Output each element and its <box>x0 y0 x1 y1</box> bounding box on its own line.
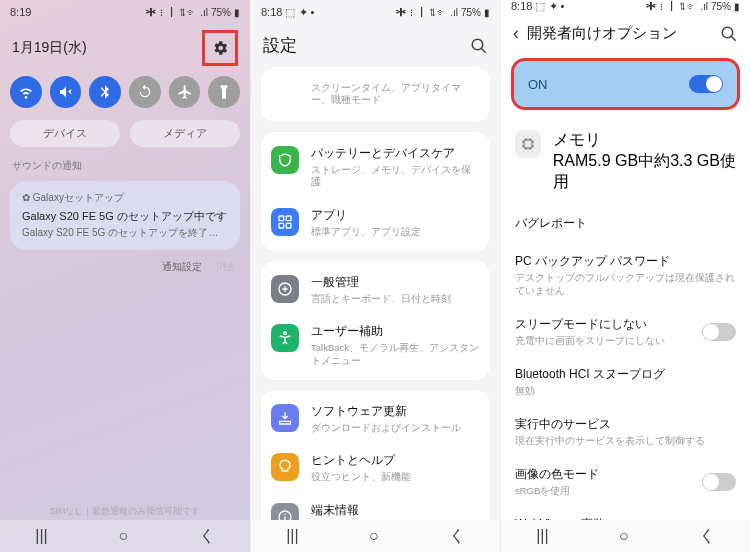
dev-option-row-2[interactable]: スリープモードにしない充電中に画面をスリープにしない <box>501 307 750 357</box>
status-bar: 8:19 ✱ ⋮ ❘ ⇅ ᯤ .ıl 75% ▮ <box>0 0 250 24</box>
item-title: ヒントとヘルプ <box>311 452 480 469</box>
nav-home[interactable]: ○ <box>118 527 128 545</box>
item-title: ユーザー補助 <box>311 323 480 340</box>
wifi-icon <box>18 84 34 100</box>
battery-icon: ▮ <box>234 7 240 18</box>
settings-item-care[interactable]: バッテリーとデバイスケアストレージ、メモリ、デバイスを保護 <box>261 136 490 198</box>
item-title: 一般管理 <box>311 274 480 291</box>
row-title: Bluetooth HCI スヌープログ <box>515 366 736 383</box>
row-sub: 無効 <box>515 385 736 398</box>
flashlight-icon <box>216 84 232 100</box>
settings-gear-button[interactable] <box>202 30 238 66</box>
status-icons: ✱ ⋮ ❘ ⇅ ᯤ .ıl 75% ▮ <box>146 7 240 18</box>
nav-home[interactable]: ○ <box>369 527 379 545</box>
update-icon <box>271 404 299 432</box>
nav-back[interactable]: く <box>699 526 715 547</box>
dev-option-row-4[interactable]: 実行中のサービス現在実行中のサービスを表示して制御する <box>501 407 750 457</box>
nav-back[interactable]: く <box>199 526 215 547</box>
rotate-toggle[interactable] <box>129 76 161 108</box>
bluetooth-icon <box>97 84 113 100</box>
notif-title: Galaxy S20 FE 5G のセットアップ中です <box>22 209 228 224</box>
item-sub: TalkBack、モノラル再生、アシスタントメニュー <box>311 342 480 367</box>
sim-status: SIMなし｜緊急通報のみ発信可能です <box>0 505 250 518</box>
date-label: 1月19日(水) <box>12 39 87 57</box>
dev-option-row-0[interactable]: バグレポート <box>501 203 750 244</box>
row-sub: 現在実行中のサービスを表示して制御する <box>515 435 736 448</box>
battery-icon: ▮ <box>734 1 740 12</box>
memory-icon <box>515 130 541 158</box>
status-bar: 8:18 ⬚ ✦ • ✱ ⋮ ❘ ⇅ ᯤ .ıl75%▮ <box>251 0 500 24</box>
item-title: アプリ <box>311 207 480 224</box>
svg-point-6 <box>284 332 287 335</box>
nav-recent[interactable]: ||| <box>536 527 548 545</box>
nav-recent[interactable]: ||| <box>286 527 298 545</box>
settings-screen: 8:18 ⬚ ✦ • ✱ ⋮ ❘ ⇅ ᯤ .ıl75%▮ 設定 スクリーンタイム… <box>250 0 500 552</box>
svg-point-0 <box>472 39 483 50</box>
settings-item-tips[interactable]: ヒントとヘルプ役立つヒント、新機能 <box>261 443 490 492</box>
mute-icon <box>58 84 74 100</box>
nav-home[interactable]: ○ <box>619 527 629 545</box>
row-sub: 充電中に画面をスリープにしない <box>515 335 665 348</box>
quick-settings-screen: 8:19 ✱ ⋮ ❘ ⇅ ᯤ .ıl 75% ▮ 1月19日(水) デバイス メ… <box>0 0 250 552</box>
notif-settings-link[interactable]: 通知設定 <box>162 260 202 274</box>
row-title: 画像の色モード <box>515 466 599 483</box>
notif-body: Galaxy S20 FE 5G のセットアップを終了するにはタ… <box>22 226 228 240</box>
flashlight-toggle[interactable] <box>208 76 240 108</box>
notification-card[interactable]: ✿ Galaxyセットアップ Galaxy S20 FE 5G のセットアップ中… <box>10 181 240 250</box>
search-icon <box>720 25 738 43</box>
dev-option-row-3[interactable]: Bluetooth HCI スヌープログ無効 <box>501 357 750 407</box>
item-title: 端末情報 <box>311 502 480 519</box>
item-sub: 標準アプリ、アプリ設定 <box>311 226 480 238</box>
item-title: バッテリーとデバイスケア <box>311 145 480 162</box>
settings-item-gen[interactable]: 一般管理言語とキーボード、日付と時刻 <box>261 265 490 314</box>
nav-recent[interactable]: ||| <box>35 527 47 545</box>
nav-bar: ||| ○ く <box>501 520 750 552</box>
search-icon <box>470 37 488 55</box>
airplane-toggle[interactable] <box>169 76 201 108</box>
item-sub: 言語とキーボード、日付と時刻 <box>311 293 480 305</box>
tips-icon <box>271 453 299 481</box>
gear-icon <box>211 39 229 57</box>
master-toggle[interactable] <box>689 75 723 93</box>
media-chip[interactable]: メディア <box>130 120 240 147</box>
row-title: スリープモードにしない <box>515 316 665 333</box>
dev-option-row-1[interactable]: PC バックアップ パスワードデスクトップのフルバックアップは現在保護されていま… <box>501 244 750 307</box>
row-title: バグレポート <box>515 212 736 235</box>
row-sub: デスクトップのフルバックアップは現在保護されていません <box>515 272 736 298</box>
row-toggle[interactable] <box>702 323 736 341</box>
page-title: 設定 <box>263 34 462 57</box>
bluetooth-toggle[interactable] <box>89 76 121 108</box>
wifi-toggle[interactable] <box>10 76 42 108</box>
back-button[interactable]: ‹ <box>513 23 519 44</box>
settings-item-apps[interactable]: アプリ標準アプリ、アプリ設定 <box>261 198 490 247</box>
item-sub: ストレージ、メモリ、デバイスを保護 <box>311 164 480 189</box>
row-title: 実行中のサービス <box>515 416 736 433</box>
sound-toggle[interactable] <box>50 76 82 108</box>
settings-item-update[interactable]: ソフトウェア更新ダウンロードおよびインストール <box>261 394 490 443</box>
search-button[interactable] <box>720 25 738 43</box>
nav-back[interactable]: く <box>449 526 465 547</box>
item-title: ソフトウェア更新 <box>311 403 480 420</box>
settings-item-a11y[interactable]: ユーザー補助TalkBack、モノラル再生、アシスタントメニュー <box>261 314 490 376</box>
quick-settings-row <box>0 72 250 112</box>
developer-options-screen: 8:18 ⬚ ✦ • ✱ ⋮ ❘ ⇅ ᯤ .ıl75%▮ ‹ 開発者向けオプショ… <box>500 0 750 552</box>
memory-row[interactable]: メモリ RAM5.9 GB中約3.3 GB使用 <box>501 120 750 203</box>
svg-point-9 <box>722 27 733 38</box>
status-time: 8:18 ⬚ ✦ • <box>511 0 564 13</box>
row-sub: sRGBを使用 <box>515 485 599 498</box>
notif-clear-link[interactable]: 消去 <box>216 260 236 274</box>
nav-bar: ||| ○ く <box>251 520 500 552</box>
search-button[interactable] <box>470 37 488 55</box>
a11y-icon <box>271 324 299 352</box>
master-toggle-label: ON <box>528 77 548 92</box>
care-icon <box>271 146 299 174</box>
row-toggle[interactable] <box>702 473 736 491</box>
devices-chip[interactable]: デバイス <box>10 120 120 147</box>
status-bar: 8:18 ⬚ ✦ • ✱ ⋮ ❘ ⇅ ᯤ .ıl75%▮ <box>501 0 750 13</box>
row-title: PC バックアップ パスワード <box>515 253 736 270</box>
battery-icon: ▮ <box>484 7 490 18</box>
settings-item-truncated[interactable]: スクリーンタイム、アプリタイマー、職種モード <box>261 71 490 118</box>
dev-option-row-5[interactable]: 画像の色モードsRGBを使用 <box>501 457 750 507</box>
master-toggle-row[interactable]: ON <box>511 58 740 110</box>
airplane-icon <box>177 84 193 100</box>
